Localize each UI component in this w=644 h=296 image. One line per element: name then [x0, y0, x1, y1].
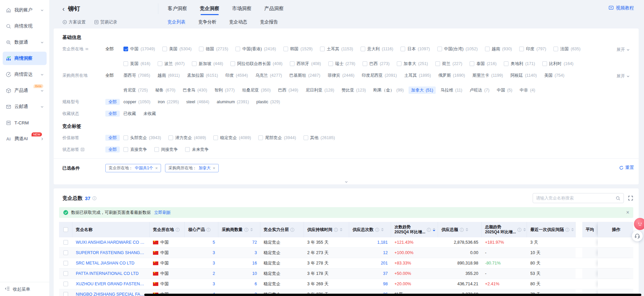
- supply-count[interactable]: 37: [383, 271, 388, 276]
- filter-option-iron[interactable]: iron(2295): [158, 99, 179, 105]
- checkbox[interactable]: [553, 47, 558, 51]
- sidebar-item-产品通[interactable]: 产品通Beta: [3, 84, 47, 97]
- buyer-count[interactable]: 72: [252, 240, 257, 245]
- checkbox[interactable]: [328, 61, 333, 66]
- row-checkbox[interactable]: [63, 282, 68, 286]
- tab-市场洞察[interactable]: 市场洞察: [232, 5, 252, 12]
- filter-option-墨西哥[interactable]: 墨西哥(7085): [123, 72, 150, 78]
- fullscreen-icon[interactable]: [628, 195, 633, 201]
- table-row[interactable]: PATTA INTERNATIONAL CO LTD★中国210稳定竞企3 年 …: [59, 269, 633, 279]
- filter-option-中国[interactable]: 中国(5): [497, 87, 512, 93]
- sidebar-item-商情洞察[interactable]: 商情洞察: [3, 52, 47, 65]
- collapse-filters-handle[interactable]: [339, 179, 354, 184]
- checkbox[interactable]: [258, 135, 263, 140]
- tag-close-icon[interactable]: ×: [213, 166, 215, 170]
- filter-option-坦桑尼亚[interactable]: 坦桑尼亚(350): [242, 87, 271, 93]
- table-row[interactable]: SRC METAL JIASHAN CO LTD★中国316稳定竞企3 年 27…: [59, 258, 633, 269]
- filter-option-直接竞争[interactable]: 直接竞争: [123, 146, 147, 153]
- checkbox[interactable]: [123, 147, 128, 152]
- supply-count[interactable]: 98: [383, 282, 388, 286]
- supply-count[interactable]: 201: [381, 261, 388, 265]
- company-name-link[interactable]: XUZHOU EVER GRAND FASTENERS...: [76, 282, 146, 286]
- sort-asc-icon[interactable]: [571, 228, 574, 229]
- checkbox[interactable]: [123, 135, 128, 140]
- company-name-link[interactable]: NINGBO ZHISHANG SPECIAL FAST...: [76, 292, 146, 296]
- sort-control[interactable]: [466, 228, 468, 231]
- sidebar-item-商情发现[interactable]: 商情发现: [3, 19, 47, 33]
- tab-竞企洞察[interactable]: 竞企洞察: [200, 5, 219, 12]
- table-row[interactable]: SUPERTOR FASTENING SHANGHAI...★中国33稳定竞企2…: [59, 248, 633, 258]
- sort-control[interactable]: [433, 228, 435, 231]
- filter-option-其他[interactable]: 其他(26185): [304, 135, 335, 141]
- checkbox[interactable]: [437, 47, 442, 51]
- filter-option-泰国[interactable]: 泰国(216): [470, 61, 496, 67]
- company-name-link[interactable]: SUPERTOR FASTENING SHANGHAI...: [76, 250, 146, 255]
- filter-option-菲律宾[interactable]: 菲律宾(2446): [328, 72, 355, 78]
- filter-option-巴西[interactable]: 巴西(273): [363, 61, 389, 67]
- buyer-count[interactable]: 6: [255, 282, 257, 286]
- sort-desc-icon[interactable]: [571, 230, 574, 231]
- plan-settings-button[interactable]: 方案设置: [62, 19, 86, 25]
- search-input[interactable]: [536, 196, 615, 200]
- tag-close-icon[interactable]: ×: [155, 166, 158, 170]
- filter-option-马拉维[interactable]: 马拉维(11): [440, 87, 462, 93]
- subtab-竞企动态[interactable]: 竞企动态: [229, 19, 247, 25]
- filter-option-法国[interactable]: 法国(635): [553, 46, 580, 52]
- checkbox[interactable]: [192, 61, 197, 66]
- checkbox[interactable]: [542, 61, 547, 66]
- sidebar-item-云邮通[interactable]: 云邮通: [3, 100, 47, 113]
- checkbox[interactable]: [123, 61, 128, 66]
- supply-count[interactable]: 12: [383, 250, 388, 255]
- sort-asc-icon[interactable]: [433, 228, 435, 229]
- filter-option-刚果（金）[interactable]: 刚果（金）(99): [373, 87, 404, 93]
- filter-option-steel[interactable]: steel(4684): [186, 99, 209, 105]
- checkbox[interactable]: [235, 47, 240, 51]
- back-button[interactable]: ‹: [62, 5, 65, 12]
- info-icon[interactable]: [427, 228, 431, 232]
- checkbox[interactable]: [185, 147, 190, 152]
- sidebar-item-数据通[interactable]: 数据通: [3, 36, 47, 49]
- filter-option-尼日利亚[interactable]: 尼日利亚(128): [306, 87, 334, 93]
- core-products-count[interactable]: 3: [213, 261, 215, 265]
- checkbox[interactable]: [504, 61, 508, 66]
- info-icon[interactable]: [92, 196, 97, 200]
- filter-option-美国[interactable]: 美国(5304): [162, 46, 192, 52]
- filter-option-土耳其[interactable]: 土耳其(1895): [404, 72, 431, 78]
- checkbox[interactable]: [154, 147, 159, 152]
- filter-option-波兰[interactable]: 波兰(607): [158, 61, 184, 67]
- info-icon[interactable]: [517, 228, 522, 232]
- filter-option-韩国[interactable]: 韩国(1529): [283, 46, 313, 52]
- sidebar-item-我的账户[interactable]: 我的账户: [3, 3, 47, 17]
- filter-option-印度[interactable]: 印度(797): [519, 46, 546, 52]
- filter-option-中国(台湾)[interactable]: 中国(台湾)(1052): [437, 46, 478, 52]
- checkbox[interactable]: [290, 61, 294, 66]
- filter-option-日本[interactable]: 日本(1097): [400, 46, 430, 52]
- filter-option-卢旺达[interactable]: 卢旺达(7): [470, 87, 489, 93]
- filter-option-阿拉伯联合酋长国[interactable]: 阿拉伯联合酋长国(408): [230, 61, 282, 67]
- filter-option-aluminum[interactable]: aluminum(2391): [217, 99, 249, 105]
- checkbox[interactable]: [519, 47, 524, 51]
- sort-asc-icon[interactable]: [466, 228, 468, 229]
- filter-option-巴拿马[interactable]: 巴拿马(430): [183, 87, 207, 93]
- sort-control[interactable]: [250, 228, 253, 231]
- sort-desc-icon[interactable]: [381, 230, 384, 231]
- row-checkbox[interactable]: [63, 250, 68, 255]
- buyer-count[interactable]: 10: [252, 271, 257, 276]
- checkbox[interactable]: [485, 47, 490, 51]
- row-checkbox[interactable]: [63, 240, 68, 245]
- filter-option-未收藏[interactable]: 未收藏: [144, 111, 156, 117]
- sort-control[interactable]: [381, 228, 384, 231]
- checkbox[interactable]: [230, 61, 235, 66]
- search-icon[interactable]: [615, 196, 621, 201]
- expand-button[interactable]: 展开: [616, 73, 630, 79]
- filter-option-巴西[interactable]: 巴西(349): [278, 87, 298, 93]
- buyer-count[interactable]: 3: [255, 250, 257, 255]
- subtab-竞企报告[interactable]: 竞企报告: [260, 19, 278, 25]
- core-products-count[interactable]: 2: [213, 271, 215, 276]
- filter-option-德国[interactable]: 德国(2715): [199, 46, 228, 52]
- service-avatar-icon[interactable]: [634, 218, 644, 230]
- filter-option-中非[interactable]: 中非(4): [520, 87, 535, 93]
- filter-option-潜力竞企[interactable]: 潜力竞企(4089): [168, 135, 206, 141]
- filter-all-option[interactable]: 全部: [105, 135, 120, 141]
- core-products-count[interactable]: 3: [213, 282, 215, 286]
